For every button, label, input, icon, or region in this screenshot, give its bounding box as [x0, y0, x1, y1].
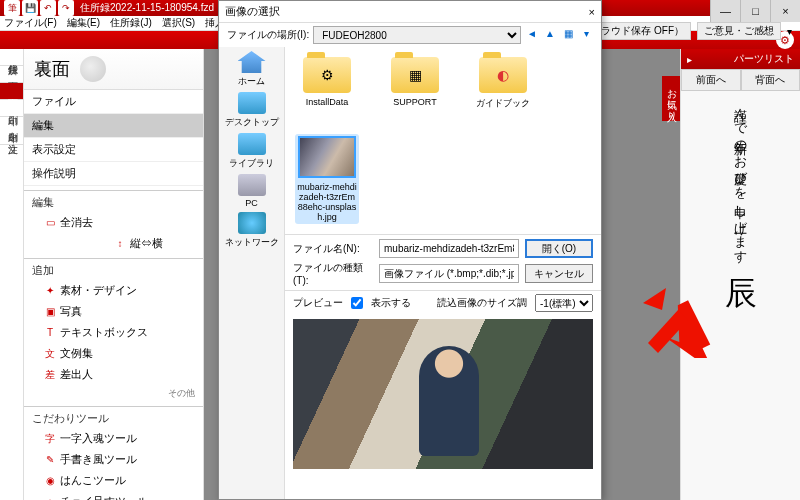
- maximize-button[interactable]: □: [740, 0, 770, 22]
- material-icon: ✦: [44, 285, 56, 297]
- sidebar-item-display[interactable]: 表示設定: [24, 138, 203, 162]
- pc-icon: [238, 174, 266, 196]
- sidebar-item-file[interactable]: ファイル: [24, 90, 203, 114]
- tool-stamp[interactable]: ◉はんこツール: [24, 470, 203, 491]
- vtab-order-print[interactable]: 印刷を注文: [0, 117, 23, 145]
- section-edit: 編集: [24, 190, 203, 212]
- section-tools: こだわりツール: [24, 406, 203, 428]
- vtab-addressbook[interactable]: 住所録: [0, 49, 23, 66]
- tab-tofront[interactable]: 前面へ: [681, 69, 741, 91]
- folder-guidebook[interactable]: ◐ガイドブック: [471, 57, 535, 110]
- location-select[interactable]: FUDEOH2800: [313, 26, 521, 44]
- place-desktop[interactable]: デスクトップ: [225, 92, 279, 129]
- flower-icon: [80, 56, 106, 82]
- tool-choi[interactable]: ＋チョイ足すツール: [24, 491, 203, 500]
- text-icon: T: [44, 327, 56, 339]
- dialog-title: 画像の選択: [225, 4, 280, 19]
- filename-input[interactable]: [379, 239, 519, 258]
- filetype-label: ファイルの種類(T):: [293, 261, 373, 286]
- feedback-button[interactable]: ご意見・ご感想: [697, 22, 781, 40]
- sender-icon: 差: [44, 369, 56, 381]
- hand-icon: ✎: [44, 454, 56, 466]
- dropdown-icon[interactable]: ▾: [787, 26, 792, 37]
- tool-ichiji[interactable]: 字一字入魂ツール: [24, 428, 203, 449]
- menu-select[interactable]: 選択(S): [162, 16, 195, 30]
- network-icon: [238, 212, 266, 234]
- app-icon: 筆: [4, 0, 20, 16]
- dialog-close-icon[interactable]: ×: [589, 6, 595, 18]
- preview-image: [293, 319, 593, 469]
- save-icon[interactable]: 💾: [22, 0, 38, 16]
- image-thumbnail: [298, 136, 356, 178]
- file-selected-image[interactable]: mubariz-mehdizadeh-t3zrEm88ehc-unsplash.…: [295, 134, 359, 224]
- place-home[interactable]: ホーム: [238, 51, 266, 88]
- brush-icon: 字: [44, 433, 56, 445]
- size-adjust-select[interactable]: -1(標準): [535, 294, 593, 312]
- cancel-button[interactable]: キャンセル: [525, 264, 593, 283]
- up-icon[interactable]: ▲: [543, 28, 557, 42]
- page-title: 裏面: [34, 57, 70, 81]
- home-icon: [238, 51, 266, 73]
- edit-clear-all[interactable]: ▭全消去: [24, 212, 203, 233]
- add-sender[interactable]: 差差出人: [24, 364, 203, 385]
- tab-toback[interactable]: 背面へ: [741, 69, 801, 91]
- tool-handwrite[interactable]: ✎手書き風ツール: [24, 449, 203, 470]
- add-material[interactable]: ✦素材・デザイン: [24, 280, 203, 301]
- vtab-front[interactable]: 表面: [0, 66, 23, 83]
- filetype-select[interactable]: [379, 264, 519, 283]
- minimize-button[interactable]: —: [710, 0, 740, 22]
- calligraphy-greeting[interactable]: 謹んで 新年のお慶びを 申し上げます: [733, 99, 749, 256]
- menu-file[interactable]: ファイル(F): [4, 16, 57, 30]
- add-more[interactable]: その他: [24, 385, 203, 402]
- folder-icon: ◐: [479, 57, 527, 93]
- add-photo[interactable]: ▣写真: [24, 301, 203, 322]
- plus-icon: ＋: [44, 496, 56, 501]
- preview-label: プレビュー: [293, 296, 343, 310]
- undo-icon[interactable]: ↶: [40, 0, 56, 16]
- vtab-print[interactable]: 印刷: [0, 100, 23, 117]
- menu-addressbook[interactable]: 住所録(J): [110, 16, 152, 30]
- clear-icon: ▭: [44, 217, 56, 229]
- section-add: 追加: [24, 258, 203, 280]
- folder-icon: ⚙: [303, 57, 351, 93]
- phrases-icon: 文: [44, 348, 56, 360]
- place-network[interactable]: ネットワーク: [225, 212, 279, 249]
- add-phrases[interactable]: 文文例集: [24, 343, 203, 364]
- filename-label: ファイル名(N):: [293, 242, 373, 256]
- size-adjust-label: 読込画像のサイズ調: [437, 296, 527, 310]
- place-library[interactable]: ライブラリ: [229, 133, 274, 170]
- folder-support[interactable]: ▦SUPPORT: [383, 57, 447, 110]
- add-textbox[interactable]: Tテキストボックス: [24, 322, 203, 343]
- image-select-dialog: 画像の選択 × ファイルの場所(I): FUDEOH2800 ◄ ▲ ▦ ▾ ホ…: [218, 0, 602, 500]
- dropdown-icon[interactable]: ▸: [687, 54, 692, 65]
- folder-icon: ▦: [391, 57, 439, 93]
- place-pc[interactable]: PC: [238, 174, 266, 208]
- sidebar-item-help[interactable]: 操作説明: [24, 162, 203, 186]
- show-label: 表示する: [371, 296, 411, 310]
- view-icon[interactable]: ▾: [579, 28, 593, 42]
- newfolder-icon[interactable]: ▦: [561, 28, 575, 42]
- open-button[interactable]: 開く(O): [525, 239, 593, 258]
- calligraphy-zodiac[interactable]: 辰: [725, 272, 757, 316]
- menu-edit[interactable]: 編集(E): [67, 16, 100, 30]
- library-icon: [238, 133, 266, 155]
- redo-icon[interactable]: ↷: [58, 0, 74, 16]
- edit-orientation[interactable]: ↕縦⇔横: [94, 233, 203, 254]
- close-button[interactable]: ×: [770, 0, 800, 22]
- favorites-tab[interactable]: お気に入り: [662, 76, 680, 121]
- show-preview-checkbox[interactable]: [351, 297, 363, 309]
- location-label: ファイルの場所(I):: [227, 28, 309, 42]
- parts-list-header: パーツリスト: [734, 52, 794, 66]
- folder-installdata[interactable]: ⚙InstallData: [295, 57, 359, 110]
- back-icon[interactable]: ◄: [525, 28, 539, 42]
- vtab-back[interactable]: 裏面: [0, 83, 23, 100]
- sidebar-item-edit[interactable]: 編集: [24, 114, 203, 138]
- desktop-icon: [238, 92, 266, 114]
- stamp-icon: ◉: [44, 475, 56, 487]
- rotate-icon: ↕: [114, 238, 126, 250]
- photo-icon: ▣: [44, 306, 56, 318]
